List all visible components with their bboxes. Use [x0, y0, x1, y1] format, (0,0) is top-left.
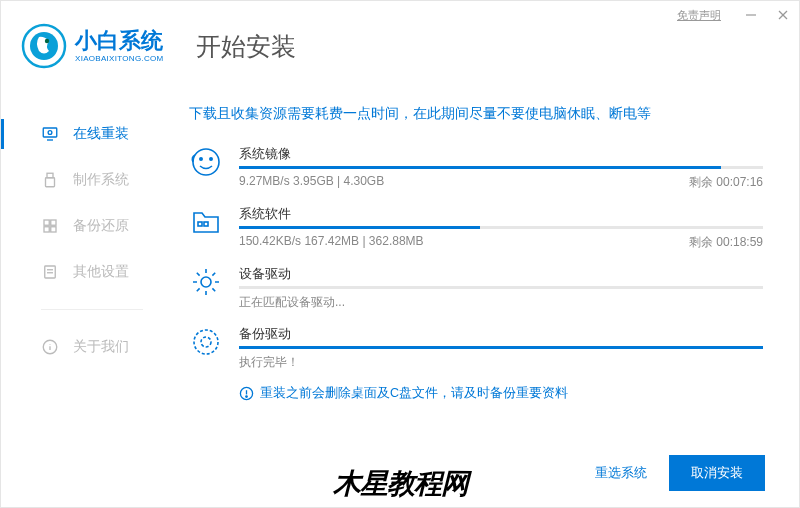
task-title: 系统镜像 [239, 145, 763, 163]
notice-text: 下载且收集资源需要耗费一点时间，在此期间尽量不要使电脑休眠、断电等 [189, 105, 763, 123]
task-system-software: 系统软件 150.42KB/s 167.42MB | 362.88MB 剩余 0… [189, 205, 763, 251]
svg-point-27 [201, 337, 211, 347]
task-device-driver: 设备驱动 正在匹配设备驱动... [189, 265, 763, 311]
svg-point-23 [210, 158, 212, 160]
warning-text: 重装之前会删除桌面及C盘文件，请及时备份重要资料 [260, 385, 568, 402]
sidebar-item-label: 其他设置 [73, 263, 129, 281]
brand-subtitle: XIAOBAIXITONG.COM [75, 54, 164, 63]
task-system-image: 系统镜像 9.27MB/s 3.95GB | 4.30GB 剩余 00:07:1… [189, 145, 763, 191]
cancel-install-button[interactable]: 取消安装 [669, 455, 765, 491]
sidebar-item-label: 制作系统 [73, 171, 129, 189]
sidebar-item-label: 备份还原 [73, 217, 129, 235]
svg-point-26 [201, 277, 211, 287]
svg-rect-24 [198, 222, 202, 226]
folder-apps-icon [189, 205, 223, 239]
monitor-icon [41, 125, 59, 143]
task-status-right: 剩余 00:18:59 [689, 234, 763, 251]
task-status-left: 150.42KB/s 167.42MB | 362.88MB [239, 234, 424, 251]
progress-bar [239, 346, 763, 349]
svg-rect-25 [204, 222, 208, 226]
sidebar-item-other-settings[interactable]: 其他设置 [1, 249, 173, 295]
progress-fill [239, 166, 721, 169]
warning-info-icon [239, 386, 254, 401]
minimize-button[interactable] [735, 1, 767, 29]
svg-rect-9 [47, 173, 53, 178]
sidebar-item-make-system[interactable]: 制作系统 [1, 157, 173, 203]
image-face-icon [189, 145, 223, 179]
task-title: 设备驱动 [239, 265, 763, 283]
progress-fill [239, 226, 480, 229]
sidebar-separator [41, 309, 143, 310]
reselect-system-link[interactable]: 重选系统 [595, 464, 647, 482]
progress-bar [239, 166, 763, 169]
usb-icon [41, 171, 59, 189]
svg-rect-6 [43, 128, 57, 137]
settings-icon [41, 263, 59, 281]
svg-point-5 [45, 39, 49, 43]
task-backup-driver: 备份驱动 执行完毕！ [189, 325, 763, 371]
sidebar-item-backup-restore[interactable]: 备份还原 [1, 203, 173, 249]
footer: 重选系统 取消安装 [595, 455, 765, 491]
brand-title: 小白系统 [75, 29, 164, 53]
svg-rect-11 [44, 220, 49, 225]
svg-rect-14 [51, 227, 56, 232]
brand-logo: 小白系统 XIAOBAIXITONG.COM [21, 23, 164, 69]
svg-point-21 [193, 149, 219, 175]
svg-point-28 [194, 330, 218, 354]
sidebar: 在线重装 制作系统 备份还原 其他设置 关于我们 [1, 91, 173, 507]
task-title: 系统软件 [239, 205, 763, 223]
sidebar-item-label: 在线重装 [73, 125, 129, 143]
task-status-left: 9.27MB/s 3.95GB | 4.30GB [239, 174, 384, 191]
progress-bar [239, 226, 763, 229]
gear-outline-icon [189, 325, 223, 359]
task-status-left: 正在匹配设备驱动... [239, 294, 345, 311]
svg-point-22 [200, 158, 202, 160]
svg-rect-12 [51, 220, 56, 225]
sidebar-item-label: 关于我们 [73, 338, 129, 356]
task-status-left: 执行完毕！ [239, 354, 299, 371]
logo-icon [21, 23, 67, 69]
warning-row: 重装之前会删除桌面及C盘文件，请及时备份重要资料 [189, 385, 763, 402]
backup-icon [41, 217, 59, 235]
progress-fill [239, 346, 763, 349]
disclaimer-link[interactable]: 免责声明 [677, 8, 721, 23]
main-content: 下载且收集资源需要耗费一点时间，在此期间尽量不要使电脑休眠、断电等 系统镜像 9… [173, 91, 799, 507]
progress-bar [239, 286, 763, 289]
svg-rect-15 [45, 266, 56, 278]
gear-icon [189, 265, 223, 299]
sidebar-item-about[interactable]: 关于我们 [1, 324, 173, 370]
page-title: 开始安装 [196, 30, 296, 63]
svg-point-7 [48, 131, 52, 135]
svg-point-31 [246, 396, 248, 398]
svg-rect-10 [46, 178, 55, 187]
task-title: 备份驱动 [239, 325, 763, 343]
sidebar-item-online-reinstall[interactable]: 在线重装 [1, 111, 173, 157]
info-icon [41, 338, 59, 356]
task-status-right: 剩余 00:07:16 [689, 174, 763, 191]
svg-rect-13 [44, 227, 49, 232]
close-button[interactable] [767, 1, 799, 29]
